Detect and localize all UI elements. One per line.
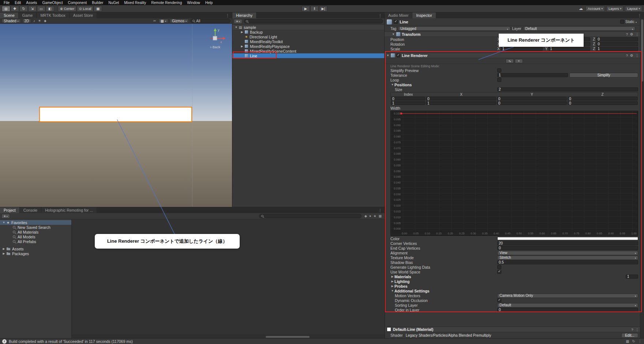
preset-icon[interactable]: ⚙ [630, 32, 633, 36]
effects-toggle-icon[interactable]: ◈ [43, 19, 47, 23]
grid-visibility-dropdown[interactable]: ▦ [158, 19, 168, 23]
point-z-field[interactable]: 0 [568, 101, 638, 105]
inspector-scrollbar[interactable] [640, 18, 644, 338]
grid-status-icon[interactable]: ▦ [626, 339, 629, 343]
hierarchy-item[interactable]: Line [232, 53, 385, 58]
materials-foldout[interactable]: ▶ Materials 1 [385, 274, 644, 279]
status-message[interactable]: Build completed with a result of 'Succee… [9, 339, 133, 344]
menu-item[interactable]: GameObject [40, 0, 65, 5]
help-icon[interactable]: ? [626, 32, 628, 36]
color-gradient-field[interactable] [497, 237, 638, 240]
create-asset-button[interactable]: + [1, 214, 10, 219]
create-object-button[interactable]: + [234, 19, 242, 24]
hidden-packages-icon[interactable]: ▦ [378, 214, 382, 218]
edit-curve-button[interactable]: ∿ [506, 59, 514, 63]
project-list-item[interactable]: All Materials [0, 230, 71, 234]
scale-tool-button[interactable]: ⇲ [28, 6, 37, 12]
gizmo-view-label[interactable]: ≡Back [202, 45, 228, 49]
order-in-layer-field[interactable]: 0 [497, 308, 638, 312]
search-by-label-icon[interactable]: ● [369, 214, 371, 218]
dynamic-occlusion-checkbox[interactable] [497, 298, 501, 302]
context-menu-icon[interactable]: ⋮ [636, 328, 639, 332]
panel-tab[interactable]: Console [20, 207, 42, 213]
materials-count-field[interactable]: 1 [626, 275, 638, 279]
refresh-status-icon[interactable]: ↻ [632, 339, 635, 343]
favorite-search-icon[interactable]: ★ [373, 214, 376, 218]
menu-item[interactable]: Edit [12, 0, 23, 5]
additional-settings-foldout[interactable]: ▼ Additional Settings [385, 288, 644, 293]
move-tool-button[interactable]: ✚ [11, 6, 19, 12]
point-y-field[interactable]: 0 [497, 101, 567, 105]
cloud-icon[interactable]: ☁ [578, 6, 584, 11]
shader-edit-button[interactable]: Edit... [621, 333, 638, 338]
menu-item[interactable]: Assets [23, 0, 40, 5]
layout-dropdown[interactable]: Layout [625, 6, 642, 12]
foldout-arrow-icon[interactable]: ▶ [240, 30, 244, 34]
scrollbar-thumb[interactable] [266, 336, 310, 338]
panel-tab[interactable]: Scene [0, 12, 19, 18]
foldout-arrow-icon[interactable]: ▼ [234, 26, 238, 29]
hand-tool-button[interactable]: ◎ [2, 6, 10, 12]
menu-item[interactable]: Builder [89, 0, 106, 5]
component-enabled-checkbox[interactable] [396, 53, 400, 57]
project-list-item[interactable]: ▶ Assets [0, 246, 71, 251]
hierarchy-item[interactable]: ▼ sample [232, 25, 385, 30]
project-list-item[interactable]: All Models [0, 234, 71, 239]
use-world-space-checkbox[interactable] [497, 270, 501, 274]
context-menu-icon[interactable]: ⋮ [636, 32, 639, 36]
foldout-arrow-icon[interactable]: ▼ [2, 221, 6, 224]
grid-snap-button[interactable]: ▦ [94, 6, 102, 12]
menu-item[interactable]: Component [65, 0, 90, 5]
2d-toggle[interactable]: 2D [22, 19, 31, 23]
tag-dropdown[interactable]: Untagged [398, 26, 510, 31]
rotate-tool-button[interactable]: ↻ [19, 6, 28, 12]
positions-foldout[interactable]: ▼ Positions [385, 82, 644, 87]
shading-mode-dropdown[interactable]: Shaded [1, 19, 21, 23]
panel-tab[interactable]: Game [19, 12, 37, 18]
alignment-dropdown[interactable]: View [497, 251, 638, 255]
menu-item[interactable]: Help [203, 0, 216, 5]
index-field[interactable]: 0 [391, 97, 425, 101]
motion-vectors-dropdown[interactable]: Camera Motion Only [497, 294, 638, 298]
generate-lighting-checkbox[interactable] [497, 265, 501, 269]
texture-mode-dropdown[interactable]: Stretch [497, 256, 638, 260]
rect-tool-button[interactable]: ▭ [37, 6, 45, 12]
horizontal-scrollbar[interactable] [72, 335, 385, 338]
scene-orientation-gizmo[interactable]: y x ≡Back [202, 27, 228, 49]
scale-y-field[interactable]: 1 [548, 47, 590, 51]
panel-menu-icon[interactable]: ⋮ [223, 12, 232, 18]
static-checkbox[interactable] [620, 20, 624, 24]
panel-menu-icon[interactable]: ⋮ [376, 207, 385, 213]
panel-menu-icon[interactable]: ⋮ [635, 12, 644, 18]
audio-toggle-icon[interactable]: ♪ [33, 19, 36, 23]
static-toggle[interactable]: Static [620, 20, 641, 24]
width-curve-editor[interactable]: 0.1000.0950.0900.0850.0800.0750.0700.065… [390, 111, 638, 236]
project-list-item[interactable]: ▶ Packages [0, 251, 71, 256]
end-cap-vertices-field[interactable]: 0 [497, 246, 638, 250]
point-x-field[interactable]: 1 [426, 101, 496, 105]
active-checkbox[interactable] [394, 20, 398, 24]
scene-search-input[interactable]: All [190, 19, 231, 23]
foldout-arrow-icon[interactable]: ▶ [2, 247, 6, 250]
foldout-arrow-icon[interactable]: ▶ [2, 252, 6, 255]
scene-tools-icon[interactable]: ✂ [153, 19, 157, 23]
foldout-arrow-icon[interactable]: ▶ [240, 45, 244, 48]
project-list-item[interactable]: ▼ Favorites [0, 220, 71, 225]
search-by-type-icon[interactable]: ◆ [364, 214, 367, 218]
hierarchy-item[interactable]: Directional Light [232, 34, 385, 39]
add-point-button[interactable]: + [515, 59, 523, 63]
panel-tab[interactable]: Inspector [412, 12, 436, 18]
probes-foldout[interactable]: ▶ Probes [385, 284, 644, 288]
layer-dropdown[interactable]: Default [523, 26, 635, 31]
preset-icon[interactable]: ⚙ [630, 53, 633, 57]
hierarchy-item[interactable]: MixedRealityToolkit [232, 39, 385, 44]
material-header[interactable]: Default-Line (Material) ? ⋮ [385, 326, 644, 332]
scene-viewport[interactable]: y x ≡Back [0, 24, 232, 207]
panel-tab[interactable]: Asset Store [70, 12, 97, 18]
width-curve-line[interactable] [401, 113, 637, 114]
step-button[interactable]: ▶| [319, 6, 327, 12]
tab-hierarchy[interactable]: Hierarchy [232, 12, 257, 18]
pause-button[interactable]: ‖ [310, 6, 319, 12]
project-list-item[interactable]: New Saved Search [0, 225, 71, 230]
play-button[interactable]: ▶ [302, 6, 310, 12]
